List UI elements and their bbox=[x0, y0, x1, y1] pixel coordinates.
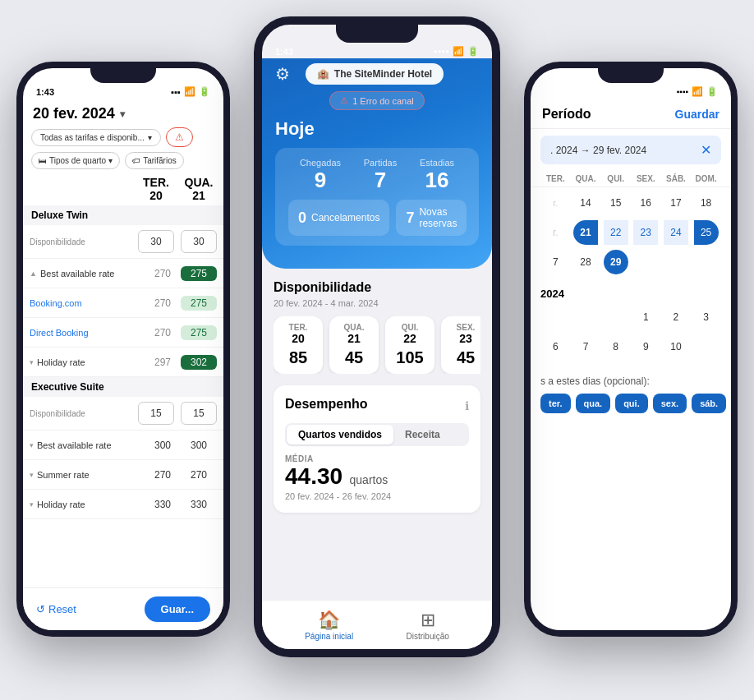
date-bar[interactable]: 20 fev. 2024 ▾ bbox=[23, 99, 223, 127]
avail-day-label-0: TER. bbox=[283, 323, 313, 332]
reset-label: Reset bbox=[48, 603, 76, 615]
rate-val-1-1[interactable]: 270 bbox=[145, 268, 181, 279]
avail-box-2-1[interactable]: 15 bbox=[138, 402, 174, 425]
rate-val-3-2[interactable]: 275 bbox=[181, 325, 217, 340]
date-range-text: . 2024 → 29 fev. 2024 bbox=[550, 145, 646, 156]
cal-cell-7[interactable]: 7 bbox=[543, 250, 568, 274]
rate-val-1-2[interactable]: 275 bbox=[181, 266, 217, 281]
cal-cell-25[interactable]: 25 bbox=[694, 220, 719, 245]
status-icons-center: ●●●● 📶 🔋 bbox=[434, 46, 479, 57]
rate-name-holiday-2: ▾ Holiday rate bbox=[30, 500, 145, 509]
rate-val-6-1[interactable]: 270 bbox=[145, 469, 181, 481]
avail-box-1-2[interactable]: 30 bbox=[181, 230, 217, 253]
status-bar-center: 1:43 ●●●● 📶 🔋 bbox=[262, 43, 492, 58]
cal-row-1: r. 14 15 16 17 18 bbox=[540, 191, 721, 215]
rate-val-4-1[interactable]: 297 bbox=[145, 357, 181, 368]
cal-cell-m2-2[interactable]: 2 bbox=[664, 305, 688, 329]
repeat-day-ter[interactable]: ter. bbox=[540, 394, 571, 413]
rate-val-2-1[interactable]: 270 bbox=[145, 297, 181, 309]
repeat-day-qui[interactable]: qui. bbox=[615, 394, 648, 413]
reset-button[interactable]: ↺ Reset bbox=[36, 603, 76, 615]
rate-row-booking: Booking.com 270 275 bbox=[23, 288, 223, 318]
right-content: ▪▪▪▪ 📶 🔋 Período Guardar . 2024 → 29 fev… bbox=[531, 83, 731, 630]
rate-val-5-2[interactable]: 300 bbox=[181, 440, 217, 451]
rate-val-7-1[interactable]: 330 bbox=[145, 499, 181, 510]
nav-distribuicao[interactable]: ⊞ Distribuição bbox=[407, 610, 449, 641]
wifi-right-icon: 📶 bbox=[692, 86, 703, 97]
avail-day-num-2: 22 bbox=[395, 332, 425, 345]
cal-cell-18[interactable]: 18 bbox=[694, 191, 719, 215]
cal-cell-m2-7[interactable]: 7 bbox=[573, 334, 598, 359]
cal-cell-14[interactable]: 14 bbox=[573, 191, 598, 215]
rate-val-3-1[interactable]: 270 bbox=[145, 327, 181, 338]
calendar-days-header: TER. QUA. QUI. SEX. SÁB. DOM. bbox=[531, 171, 731, 187]
avail-label-2: Disponibilidade bbox=[30, 409, 138, 418]
section-deluxe-twin: Deluxe Twin bbox=[23, 205, 223, 225]
cal-cell-22[interactable]: 22 bbox=[604, 220, 628, 245]
cal-cell-29[interactable]: 29 bbox=[604, 250, 628, 274]
clear-date-button[interactable]: ✕ bbox=[701, 142, 711, 158]
save-button-left[interactable]: Guar... bbox=[145, 596, 210, 622]
cal-cell-m2-3[interactable]: 3 bbox=[694, 305, 719, 329]
battery-center-icon: 🔋 bbox=[467, 46, 479, 57]
date-dropdown-icon[interactable]: ▾ bbox=[120, 108, 125, 120]
avail-card-1[interactable]: QUA. 21 45 bbox=[329, 316, 379, 374]
nav-home[interactable]: 🏠 Página inicial bbox=[305, 610, 353, 641]
rate-val-5-1[interactable]: 300 bbox=[145, 440, 181, 451]
stats-top-row: Chegadas 9 Partidas 7 Estadias 16 bbox=[288, 158, 466, 193]
chevron-down-icon: ▾ bbox=[148, 133, 152, 142]
tariff-filter[interactable]: 🏷 Tarifãrios bbox=[125, 152, 184, 169]
chevron-icon-7[interactable]: ▾ bbox=[30, 500, 34, 509]
tab-quartos[interactable]: Quartos vendidos bbox=[287, 425, 393, 444]
red-filter[interactable]: ⚠ bbox=[166, 127, 193, 147]
signal-icon: ▪▪▪ bbox=[171, 87, 181, 97]
rate-val-2-2[interactable]: 275 bbox=[181, 296, 217, 311]
guardar-button[interactable]: Guardar bbox=[675, 108, 720, 121]
cal-cell-24[interactable]: 24 bbox=[664, 220, 688, 245]
repeat-day-sex[interactable]: sex. bbox=[653, 394, 687, 413]
calendar-grid: r. 14 15 16 17 18 r. 21 22 23 24 25 7 28… bbox=[531, 187, 731, 283]
cal-cell-m2-9[interactable]: 9 bbox=[633, 334, 658, 359]
chevron-icon-5[interactable]: ▾ bbox=[30, 441, 34, 449]
rate-val-6-2[interactable]: 270 bbox=[181, 469, 217, 481]
cal-cell-m2-1[interactable]: 1 bbox=[633, 305, 658, 329]
cal-cell-m2-8[interactable]: 8 bbox=[604, 334, 628, 359]
cal-row-2: r. 21 22 23 24 25 bbox=[540, 220, 721, 245]
cal-cell-m2-6[interactable]: 6 bbox=[543, 334, 568, 359]
cal-cell-23[interactable]: 23 bbox=[633, 220, 658, 245]
cal-cell-16[interactable]: 16 bbox=[633, 191, 658, 215]
rate-val-4-2[interactable]: 302 bbox=[181, 355, 217, 370]
room-type-filter[interactable]: 🛏 Tipos de quarto ▾ bbox=[31, 152, 120, 169]
rate-val-7-2[interactable]: 330 bbox=[181, 499, 217, 510]
gear-icon[interactable]: ⚙ bbox=[275, 64, 290, 84]
hotel-pill[interactable]: 🏨 The SiteMinder Hotel bbox=[306, 63, 444, 85]
rate-row-holiday-1: ▾ Holiday rate 297 302 bbox=[23, 348, 223, 377]
tab-receita[interactable]: Receita bbox=[393, 425, 452, 444]
avail-box-1-1[interactable]: 30 bbox=[138, 230, 174, 253]
cal-cell-21[interactable]: 21 bbox=[573, 220, 598, 245]
cal-cell-empty1 bbox=[633, 250, 658, 274]
time-left: 1:43 bbox=[36, 87, 54, 97]
cal-cell-15[interactable]: 15 bbox=[604, 191, 628, 215]
cal-cell-28[interactable]: 28 bbox=[573, 250, 598, 274]
chevron-holiday-icon[interactable]: ▾ bbox=[30, 358, 34, 366]
avg-label: MÉDIA bbox=[285, 454, 469, 463]
chevron-icon-1[interactable]: ▲ bbox=[30, 269, 37, 278]
avail-card-3[interactable]: SEX. 23 45 bbox=[441, 316, 480, 374]
cal-cell-m2-empty3 bbox=[604, 305, 628, 329]
repeat-day-sab[interactable]: sáb. bbox=[692, 394, 726, 413]
wifi-icon: 📶 bbox=[184, 86, 195, 97]
rate-name-holiday-1: ▾ Holiday rate bbox=[30, 357, 145, 367]
distribuicao-icon: ⊞ bbox=[407, 610, 449, 631]
avail-box-2-2[interactable]: 15 bbox=[181, 402, 217, 425]
repeat-day-qua[interactable]: qua. bbox=[576, 394, 611, 413]
stat-estadias-label: Estadias bbox=[420, 158, 454, 168]
avail-card-2[interactable]: QUI. 22 105 bbox=[385, 316, 434, 374]
cal-cell-17[interactable]: 17 bbox=[664, 191, 688, 215]
all-rates-filter[interactable]: Todas as tarifas e disponib... ▾ bbox=[31, 129, 161, 146]
cal-cell-m2-10[interactable]: 10 bbox=[664, 334, 688, 359]
avg-value-row: 44.30 quartos bbox=[285, 463, 469, 490]
chevron-icon-6[interactable]: ▾ bbox=[30, 471, 34, 479]
error-pill[interactable]: ⚠ 1 Erro do canal bbox=[329, 91, 425, 110]
avail-card-0[interactable]: TER. 20 85 bbox=[274, 316, 323, 374]
